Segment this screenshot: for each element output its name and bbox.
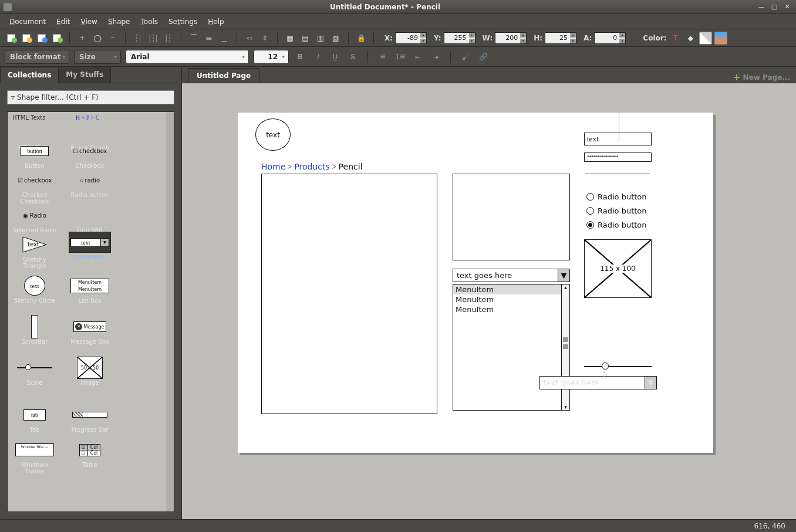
zoom-out-button[interactable]: － [106,32,119,45]
filter-icon: ▿ [11,93,15,101]
shape-grid-960[interactable]: Grid 960 [66,205,113,233]
list-item[interactable]: MenuItem [453,284,561,294]
shape-table[interactable]: ☑Col☐Col Table [66,439,113,468]
page-tab-untitled[interactable]: Untitled Page [188,68,259,83]
shape-window-frame[interactable]: Window Title ▫▫▫ Windown Frame [11,439,58,475]
align-left-button[interactable]: ┆| [131,32,144,45]
shape-radio-button[interactable]: ○ radio Radio button [66,170,113,198]
menu-shape[interactable]: Shape [103,16,135,28]
shape-scale[interactable]: Scale [11,357,58,386]
bold-button[interactable]: B [294,50,306,63]
shape-tab[interactable]: tab Tab [11,404,58,433]
canvas-radio-3[interactable]: Radio button [586,221,647,229]
tab-collections[interactable]: Collections [0,67,59,83]
canvas-password-input[interactable]: *************** [584,153,652,162]
outdent-button[interactable]: ⇤ [412,50,424,63]
shape-image[interactable]: 50 x 50 Image [66,357,113,386]
canvas-box-mid[interactable] [453,174,570,260]
maximize-button[interactable]: ▢ [769,2,780,12]
menu-help[interactable]: Help [203,16,228,28]
canvas-listbox[interactable]: MenuItem MenuItem MenuItem ▴ ▾ [453,284,570,411]
window-title: Untitled Document* - Pencil [16,3,754,11]
lock-button[interactable]: 🔒 [355,32,367,45]
canvas-combobox-1[interactable]: text goes here▼ [453,269,570,282]
a-label: A: [583,34,592,42]
shape-sketchy-triangle[interactable]: text Sketchy Triangle [11,234,58,269]
italic-button[interactable]: I [311,50,324,63]
canvas-radio-2[interactable]: Radio button [586,206,647,215]
link-button[interactable]: 🔗 [477,50,490,63]
send-back-button[interactable]: ▧ [329,32,342,45]
canvas-image-placeholder[interactable]: 115 x 100 [584,239,652,298]
underline-button[interactable]: U [329,50,342,63]
export-button[interactable] [50,32,63,45]
canvas-viewport[interactable]: text Home > Products > Pencil text *****… [182,83,796,519]
canvas-slider[interactable] [584,366,652,367]
shape-palette[interactable]: HTML Texts H > P > C HTML Texts Bread Cr… [7,111,174,512]
align-right-button[interactable]: |┆ [162,32,175,45]
shape-button[interactable]: button Button [11,140,58,169]
menu-settings[interactable]: Settings [164,16,202,28]
menu-tools[interactable]: Tools [136,16,163,28]
shape-message-box[interactable]: ✕Message Message Box [66,316,113,345]
palette-scrollbar[interactable] [166,112,174,511]
save-doc-button[interactable] [35,32,48,45]
font-family-combo[interactable]: Arial▾ [126,50,249,64]
dist-v-button[interactable]: ⇕ [258,32,271,45]
shape-scrollbar[interactable]: ScrollBar [11,316,58,345]
minimize-button[interactable]: — [756,2,767,12]
zoom-reset-button[interactable]: ◯ [91,32,104,45]
bring-forward-button[interactable]: ▤ [299,32,312,45]
canvas-divider[interactable] [585,174,650,174]
canvas-box-left[interactable] [261,174,437,414]
new-doc-button[interactable] [5,32,18,45]
listbox-scrollbar[interactable]: ▴ ▾ [561,284,569,410]
shape-progress-bar[interactable]: Progress Bar [66,404,113,433]
canvas-radio-1[interactable]: Radio button [586,192,647,201]
menu-document[interactable]: Document [5,16,50,28]
shape-list-box[interactable]: MenuItemMenuItem List Box [66,275,113,304]
shape-checked-checkbox[interactable]: ☑ checkbox Checked Checkbox [11,170,58,205]
strike-button[interactable]: S [346,50,359,63]
canvas-breadcrumb[interactable]: Home > Products > Pencil [261,162,363,172]
align-middle-button[interactable]: ▬ [203,32,215,45]
font-size-name-combo[interactable]: Size▾ [74,50,121,64]
zoom-in-button[interactable]: ＋ [76,32,89,45]
canvas-combobox-floating[interactable]: text goes here▼ ⭱ [539,376,657,389]
shape-checkbox[interactable]: ☐ checkbox Checkbox [66,140,113,169]
bullet-list-button[interactable]: ≣ [376,50,389,63]
menu-edit[interactable]: Edit [52,16,75,28]
shape-combobox[interactable]: text▾ ComboBox [66,232,113,260]
indent-button[interactable]: ⇥ [429,50,442,63]
close-button[interactable]: ✕ [782,2,792,12]
canvas-sketchy-circle[interactable]: text [255,118,291,151]
shape-sketchy-circle[interactable]: text Sketchy Circle [11,275,58,304]
shape-selected-radio[interactable]: ◉ Radio Selected Radio [11,205,58,233]
shape-filter-input[interactable]: ▿ Shape filter... (Ctrl + F) [7,90,174,104]
bring-front-button[interactable]: ▦ [284,32,296,45]
send-backward-button[interactable]: ▥ [314,32,327,45]
gradient-button[interactable] [714,32,727,45]
drawing-page[interactable]: text Home > Products > Pencil text *****… [238,113,713,453]
new-page-button[interactable]: +New Page... [733,72,790,83]
tab-my-stuffs[interactable]: My Stuffs [59,67,111,83]
align-top-button[interactable]: ▔ [187,32,200,45]
menu-view[interactable]: View [76,16,102,28]
font-size-combo[interactable]: 12▾ [254,50,289,64]
align-bottom-button[interactable]: ▁ [218,32,231,45]
stroke-color-button[interactable]: ◆ [684,32,697,45]
text-color-button[interactable]: T [669,32,682,45]
breadcrumb-sample: H > P > C [76,114,99,121]
open-doc-button[interactable] [20,32,33,45]
canvas-area: Untitled Page +New Page... text Home > P… [182,67,796,519]
fill-color-button[interactable] [699,32,712,45]
number-list-button[interactable]: 1≣ [394,50,407,63]
canvas-text-input[interactable]: text [584,133,652,145]
dist-h-button[interactable]: ⇔ [243,32,256,45]
list-item[interactable]: MenuItem [453,304,561,314]
guide-line [619,113,619,142]
list-item[interactable]: MenuItem [453,294,561,304]
clear-format-button[interactable]: 🧹 [459,50,472,63]
align-center-button[interactable]: |┆| [147,32,160,45]
block-format-combo[interactable]: Block format▾ [5,50,69,64]
